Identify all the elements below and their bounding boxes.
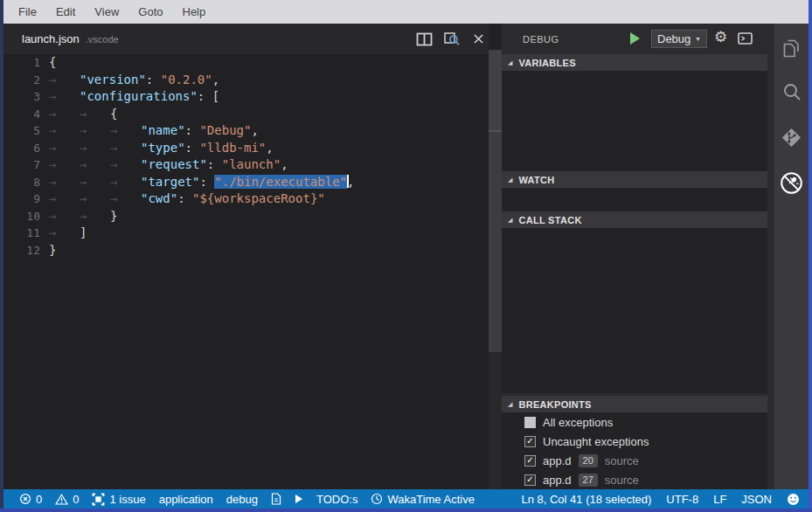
code-editor[interactable]: 1{2→"version": "0.2.0",3→"configurations… [3, 54, 489, 489]
open-preview-icon[interactable] [442, 31, 460, 46]
menu-item-goto[interactable]: Goto [128, 5, 172, 18]
split-editor-icon[interactable] [415, 32, 433, 46]
debug-config-dropdown[interactable]: Debug ▼ [651, 30, 707, 48]
status-item-1-issue[interactable]: 1 issue [92, 493, 145, 506]
tab-whitespace-icon: → [110, 174, 141, 191]
status-item-ln-8-col-41-18-selected-[interactable]: Ln 8, Col 41 (18 selected) [521, 493, 651, 506]
tab-title: launch.json [22, 32, 80, 45]
code-line[interactable]: 9→→→"cwd": "${workspaceRoot}" [3, 190, 489, 208]
line-number: 11 [3, 225, 47, 242]
status-item-0[interactable]: 0 [19, 493, 42, 506]
code-line[interactable]: 3→"configurations": [ [3, 88, 489, 106]
close-icon[interactable] [469, 33, 487, 45]
breakpoint-row[interactable]: ✓app.d27source [502, 470, 767, 489]
tab-launch-json[interactable]: launch.json .vscode [22, 24, 119, 54]
code-line[interactable]: 1{ [3, 54, 489, 72]
code-line[interactable]: 5→→→"name": "Debug", [3, 122, 489, 140]
section-header-call-stack[interactable]: ◢ CALL STACK [502, 211, 767, 228]
code-token: : [185, 141, 200, 155]
status-item-debug[interactable]: debug [226, 493, 258, 506]
debug-config-value: Debug [657, 32, 691, 45]
menu-item-edit[interactable]: Edit [46, 5, 85, 18]
error-icon [19, 493, 31, 505]
code-token: : [199, 175, 214, 189]
status-item-json[interactable]: JSON [741, 493, 772, 506]
breakpoint-checkbox[interactable]: ✓ [524, 436, 536, 447]
code-token: "version" [80, 73, 146, 86]
line-number: 2 [3, 72, 47, 89]
breakpoint-row[interactable]: ✓app.d20source [502, 451, 767, 470]
status-item[interactable] [295, 494, 303, 504]
section-header-breakpoints[interactable]: ◢ BREAKPOINTS [502, 396, 767, 412]
code-line[interactable]: 12} [3, 242, 489, 259]
run-play-icon[interactable] [629, 31, 641, 48]
tab-whitespace-icon: → [49, 72, 80, 89]
scrollbar-thumb[interactable] [489, 50, 502, 132]
activity-bar [774, 24, 809, 489]
status-item[interactable] [271, 493, 281, 505]
code-line[interactable]: 7→→→"request": "launch", [3, 156, 489, 174]
code-line[interactable]: 2→"version": "0.2.0", [3, 72, 489, 89]
breakpoint-row[interactable]: ✓Uncaught exceptions [502, 432, 767, 451]
tab-whitespace-icon: → [49, 106, 80, 123]
code-token: "${workspaceRoot}" [192, 191, 325, 205]
section-header-watch[interactable]: ◢ WATCH [502, 171, 767, 188]
code-token: , [281, 157, 288, 171]
status-item-lf[interactable]: LF [713, 493, 726, 506]
status-text: WakaTime Active [387, 493, 474, 506]
status-bar: 001 issueapplicationdebugTODO:sWakaTime … [3, 489, 809, 509]
debug-console-icon[interactable] [738, 32, 753, 47]
code-line[interactable]: 4→→{ [3, 106, 489, 123]
activity-search-icon[interactable] [774, 73, 809, 111]
activity-files-icon[interactable] [774, 29, 809, 67]
status-item-application[interactable]: application [159, 493, 213, 506]
line-number: 12 [3, 242, 47, 259]
breakpoint-checkbox[interactable] [524, 417, 536, 428]
status-text: 1 issue [109, 493, 145, 506]
breakpoint-checkbox[interactable]: ✓ [524, 455, 536, 467]
code-line[interactable]: 8→→→"target": "./bin/executable", [3, 174, 489, 191]
smiley-icon [787, 493, 800, 506]
window-border-bottom [0, 509, 812, 512]
status-item-utf-8[interactable]: UTF-8 [666, 493, 698, 506]
menu-item-file[interactable]: File [9, 5, 46, 18]
code-token: "cwd" [141, 191, 177, 205]
scrollbar-track[interactable] [489, 132, 502, 352]
code-line[interactable]: 10→→} [3, 208, 489, 225]
status-item-0[interactable]: 0 [55, 493, 79, 506]
menu-item-help[interactable]: Help [173, 5, 216, 18]
breakpoint-row[interactable]: All exceptions [502, 412, 767, 432]
code-text: →→→"request": "launch", [47, 156, 288, 174]
activity-debug-icon[interactable] [774, 163, 809, 202]
gear-icon[interactable]: ⚙ [714, 28, 727, 46]
status-item-wakatime-active[interactable]: WakaTime Active [371, 493, 474, 506]
code-token: "0.2.0" [161, 73, 212, 86]
code-text: →"configurations": [ [47, 88, 219, 106]
code-line[interactable]: 6→→→"type": "lldb-mi", [3, 140, 489, 157]
status-item-todo-s[interactable]: TODO:s [316, 493, 357, 506]
line-number: 10 [3, 208, 47, 225]
section-header-variables[interactable]: ◢ VARIABLES [502, 54, 767, 71]
code-line[interactable]: 11→] [3, 225, 489, 242]
code-text: →→→"name": "Debug", [47, 122, 259, 140]
status-item[interactable] [787, 493, 800, 506]
status-text: Ln 8, Col 41 (18 selected) [521, 493, 651, 506]
breakpoint-label: app.d [543, 474, 572, 487]
menu-item-view[interactable]: View [85, 5, 128, 18]
status-text: UTF-8 [666, 493, 698, 506]
tab-whitespace-icon: → [80, 106, 110, 123]
window-border-right [809, 0, 812, 512]
code-text: →→{ [47, 106, 117, 123]
tab-folder-hint: .vscode [86, 34, 119, 45]
section-label: CALL STACK [518, 215, 581, 225]
breakpoint-label: All exceptions [543, 416, 613, 429]
tab-whitespace-icon: → [49, 156, 80, 174]
file-icon [271, 493, 281, 505]
activity-git-icon[interactable] [774, 118, 809, 156]
breakpoint-checkbox[interactable]: ✓ [524, 474, 536, 486]
code-token: "Debug" [199, 123, 251, 137]
line-number: 5 [3, 122, 47, 140]
editor-scrollbar[interactable] [489, 50, 502, 489]
tab-whitespace-icon: → [80, 122, 110, 140]
status-text: 0 [73, 493, 79, 506]
